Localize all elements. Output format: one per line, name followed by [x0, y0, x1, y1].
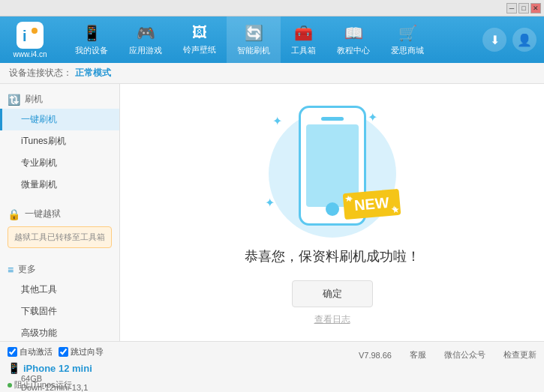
nav-smart-flash[interactable]: 🔄 智能刷机: [227, 16, 281, 63]
wallpaper-label: 铃声壁纸: [183, 44, 216, 55]
skip-wizard-label: 跳过向导: [71, 346, 104, 358]
shop-icon: 🛒: [398, 24, 417, 42]
minimize-button[interactable]: ─: [506, 3, 517, 13]
skip-wizard-input[interactable]: [59, 347, 68, 357]
auto-detect-input[interactable]: [8, 347, 17, 357]
jailbreak-notice: 越狱工具已转移至工具箱: [8, 226, 112, 248]
right-panel: ✦ ✦ ✦ ✦ NEW ✦ 恭喜您，保资料刷机成功: [120, 84, 544, 341]
svg-point-2: [32, 28, 38, 34]
auto-detect-label: 自动激活: [20, 346, 53, 358]
wallpaper-icon: 🖼: [192, 24, 207, 41]
my-device-label: 我的设备: [75, 45, 108, 56]
nav-apps-games[interactable]: 🎮 应用游戏: [119, 16, 173, 63]
sidebar-item-download-firmware[interactable]: 下载固件: [0, 301, 119, 322]
check-update-link[interactable]: 检查更新: [503, 349, 536, 361]
bottom-bar: 自动激活 跳过向导 📱 iPhone 12 mini 64GB Down-12m…: [0, 341, 544, 392]
nav-bar: i www.i4.cn 📱 我的设备 🎮 应用游戏 🖼 铃声壁纸 🔄 智能刷机: [0, 16, 544, 63]
sidebar-item-advanced[interactable]: 高级功能: [0, 322, 119, 341]
close-button[interactable]: ✕: [530, 3, 541, 13]
user-button[interactable]: 👤: [512, 28, 536, 52]
skip-wizard-checkbox[interactable]: 跳过向导: [59, 346, 104, 358]
nav-my-device[interactable]: 📱 我的设备: [65, 16, 119, 63]
auto-detect-checkbox[interactable]: 自动激活: [8, 346, 53, 358]
toolbox-label: 工具箱: [291, 45, 316, 56]
smart-flash-label: 智能刷机: [237, 45, 270, 56]
device-name[interactable]: 📱 iPhone 12 mini: [8, 362, 128, 374]
sidebar: 🔃 刷机 一键刷机 iTunes刷机 专业刷机 微量刷机: [0, 84, 120, 341]
itunes-status-text: 阻止iTunes运行: [14, 379, 72, 391]
flash-section-icon: 🔃: [8, 94, 20, 106]
nav-tutorial[interactable]: 📖 教程中心: [326, 16, 380, 63]
tutorial-icon: 📖: [344, 24, 363, 42]
device-phone-icon: 📱: [8, 362, 20, 374]
sidebar-item-itunes-flash[interactable]: iTunes刷机: [0, 130, 119, 152]
itunes-status-dot: [8, 383, 12, 388]
sparkle-2: ✦: [368, 110, 377, 124]
sidebar-item-other-tools[interactable]: 其他工具: [0, 279, 119, 301]
notice-text: 越狱工具已转移至工具箱: [14, 232, 105, 241]
sidebar-header-more[interactable]: ≡ 更多: [0, 260, 119, 279]
nav-wallpaper[interactable]: 🖼 铃声壁纸: [173, 16, 227, 63]
success-illustration: ✦ ✦ ✦ ✦ NEW ✦: [257, 99, 407, 232]
smart-flash-icon: 🔄: [245, 24, 263, 42]
title-bar: ─ □ ✕: [0, 0, 544, 16]
wechat-link[interactable]: 微信公众号: [444, 349, 485, 361]
sidebar-item-pro-flash[interactable]: 专业刷机: [0, 152, 119, 174]
phone-home-button: [326, 202, 339, 216]
more-section-icon: ≡: [8, 264, 14, 276]
apps-games-label: 应用游戏: [129, 45, 162, 56]
sidebar-section-flash: 🔃 刷机 一键刷机 iTunes刷机 专业刷机 微量刷机: [0, 84, 119, 199]
main-content: 🔃 刷机 一键刷机 iTunes刷机 专业刷机 微量刷机: [0, 84, 544, 341]
phone-speaker: [321, 117, 344, 121]
sidebar-header-jailbreak: 🔒 一键越狱: [0, 205, 119, 223]
logo-text: www.i4.cn: [13, 50, 47, 58]
jailbreak-lock-icon: 🔒: [8, 208, 20, 220]
nav-shop[interactable]: 🛒 爱思商城: [380, 16, 434, 63]
status-label: 设备连接状态：: [9, 67, 72, 79]
bottom-checkboxes: 自动激活 跳过向导: [8, 346, 128, 358]
itunes-status: 阻止iTunes运行: [8, 379, 72, 391]
tutorial-label: 教程中心: [337, 45, 370, 56]
sparkle-1: ✦: [272, 114, 282, 128]
log-link[interactable]: 查看日志: [314, 313, 350, 326]
app-version: V7.98.66: [359, 351, 392, 360]
apps-games-icon: 🎮: [137, 24, 155, 42]
svg-text:i: i: [23, 28, 27, 44]
flash-section-label: 刷机: [25, 93, 43, 106]
nav-toolbox[interactable]: 🧰 工具箱: [281, 16, 326, 63]
confirm-button[interactable]: 确定: [292, 280, 373, 307]
download-button[interactable]: ⬇: [482, 28, 506, 52]
new-badge: ✦ NEW ✦: [344, 191, 400, 217]
shop-label: 爱思商城: [391, 45, 424, 56]
more-section-label: 更多: [18, 263, 36, 276]
app-logo: i www.i4.cn: [8, 22, 53, 58]
nav-items: 📱 我的设备 🎮 应用游戏 🖼 铃声壁纸 🔄 智能刷机 🧰 工具箱 📖: [65, 16, 482, 63]
sidebar-section-more: ≡ 更多 其他工具 下载固件 高级功能: [0, 254, 119, 341]
customer-service-link[interactable]: 客服: [410, 349, 426, 361]
status-value: 正常模式: [75, 67, 111, 79]
bottom-wrapper: 自动激活 跳过向导 📱 iPhone 12 mini 64GB Down-12m…: [0, 341, 544, 392]
maximize-button[interactable]: □: [518, 3, 529, 13]
sidebar-section-jailbreak: 🔒 一键越狱 越狱工具已转移至工具箱: [0, 199, 119, 254]
logo-icon: i: [17, 22, 44, 49]
sparkle-3: ✦: [265, 196, 275, 210]
my-device-icon: 📱: [83, 24, 101, 42]
sidebar-header-flash: 🔃 刷机: [0, 90, 119, 109]
jailbreak-section-label: 一键越狱: [25, 208, 61, 220]
device-name-text: iPhone 12 mini: [23, 363, 92, 374]
status-bar: 设备连接状态： 正常模式: [0, 63, 544, 84]
sidebar-item-one-click-flash[interactable]: 一键刷机: [0, 109, 119, 130]
window-controls: ─ □ ✕: [506, 3, 541, 13]
bottom-right: V7.98.66 客服 微信公众号 检查更新: [135, 346, 536, 361]
toolbox-icon: 🧰: [294, 24, 313, 42]
success-message: 恭喜您，保资料刷机成功啦！: [245, 247, 420, 265]
new-ribbon-text: ✦ NEW ✦: [342, 189, 400, 220]
nav-right: ⬇ 👤: [482, 28, 536, 52]
sidebar-item-tiny-flash[interactable]: 微量刷机: [0, 174, 119, 196]
